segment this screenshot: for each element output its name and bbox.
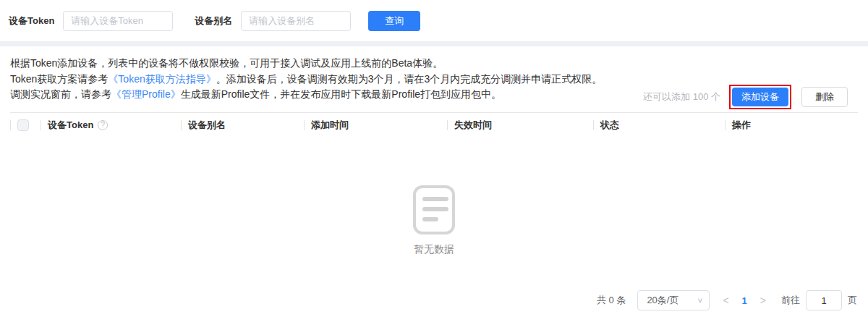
column-separator	[10, 120, 11, 130]
header-operations-label: 操作	[732, 119, 751, 132]
remaining-quota-text: 还可以添加 100 个	[643, 90, 720, 103]
token-guide-link[interactable]: 《Token获取方法指导》	[108, 73, 216, 85]
empty-text: 暂无数据	[0, 243, 868, 256]
document-line	[422, 197, 448, 201]
header-device-alias: 设备别名	[181, 117, 304, 133]
header-expire-time-label: 失效时间	[454, 119, 492, 132]
description-line2-prefix: Token获取方案请参考	[10, 73, 108, 85]
column-separator	[447, 120, 448, 130]
header-device-token: 设备Token ?	[41, 117, 181, 133]
total-count-text: 共 0 条	[597, 294, 626, 307]
document-line	[422, 207, 448, 211]
chevron-down-icon: ∨	[697, 296, 704, 304]
header-checkbox-cell	[10, 117, 41, 133]
empty-state: 暂无数据	[0, 185, 868, 256]
select-all-checkbox[interactable]	[17, 119, 29, 131]
help-icon[interactable]: ?	[98, 120, 108, 130]
column-separator	[593, 120, 594, 130]
page-number-1[interactable]: 1	[742, 295, 747, 306]
description-line3: 调测实况窗前，请参考《管理Profile》生成最新Profile文件，并在发布应…	[10, 87, 719, 103]
header-device-alias-label: 设备别名	[188, 119, 226, 132]
document-line	[422, 217, 438, 221]
description-line3-suffix: 生成最新Profile文件，并在发布应用时下载最新Profile打包到应用包中。	[181, 88, 501, 100]
page-size-value: 20条/页	[647, 294, 678, 307]
goto-page-input[interactable]	[806, 290, 842, 310]
column-separator	[181, 120, 182, 130]
query-button[interactable]: 查询	[368, 11, 420, 31]
column-separator	[41, 120, 41, 130]
column-separator	[725, 120, 726, 130]
action-bar: 还可以添加 100 个 添加设备 删除	[643, 85, 848, 109]
description-line1: 根据Token添加设备，列表中的设备将不做权限校验，可用于接入调试及应用上线前的…	[10, 56, 719, 72]
column-separator	[304, 120, 305, 130]
device-token-input[interactable]	[63, 11, 173, 31]
page-unit-label: 页	[848, 294, 857, 307]
pagination: 共 0 条 20条/页 ∨ < 1 > 前往 页	[597, 290, 857, 310]
device-alias-label: 设备别名	[195, 14, 232, 28]
table-header: 设备Token ? 设备别名 添加时间 失效时间 状态 操作	[10, 117, 858, 133]
debug-device-page: 设备Token 设备别名 查询 根据Token添加设备，列表中的设备将不做权限校…	[0, 0, 868, 317]
header-operations: 操作	[725, 117, 858, 133]
description-line2-suffix: 。添加设备后，设备调测有效期为3个月，请在3个月内完成充分调测并申请正式权限。	[216, 73, 603, 85]
table-top-divider	[10, 112, 858, 113]
description-line3-prefix: 调测实况窗前，请参考	[10, 88, 111, 100]
add-device-button[interactable]: 添加设备	[732, 88, 788, 106]
manage-profile-link[interactable]: 《管理Profile》	[111, 88, 181, 100]
section-divider-band	[0, 41, 868, 46]
header-add-time: 添加时间	[304, 117, 447, 133]
page-size-select[interactable]: 20条/页 ∨	[637, 290, 710, 310]
prev-page-button[interactable]: <	[723, 295, 728, 306]
header-status: 状态	[593, 117, 725, 133]
description-line2: Token获取方案请参考《Token获取方法指导》。添加设备后，设备调测有效期为…	[10, 72, 719, 88]
device-alias-input[interactable]	[241, 11, 351, 31]
next-page-button[interactable]: >	[760, 295, 766, 306]
goto-label: 前往	[781, 294, 800, 307]
red-annotation-box: 添加设备	[729, 85, 791, 109]
device-token-label: 设备Token	[9, 14, 54, 28]
header-device-token-label: 设备Token	[48, 119, 93, 132]
header-status-label: 状态	[600, 119, 619, 132]
filter-bar: 设备Token 设备别名 查询	[0, 0, 868, 41]
header-add-time-label: 添加时间	[311, 119, 349, 132]
delete-button[interactable]: 删除	[801, 87, 848, 107]
description-text: 根据Token添加设备，列表中的设备将不做权限校验，可用于接入调试及应用上线前的…	[10, 56, 719, 103]
empty-document-icon	[413, 185, 455, 234]
header-expire-time: 失效时间	[447, 117, 593, 133]
